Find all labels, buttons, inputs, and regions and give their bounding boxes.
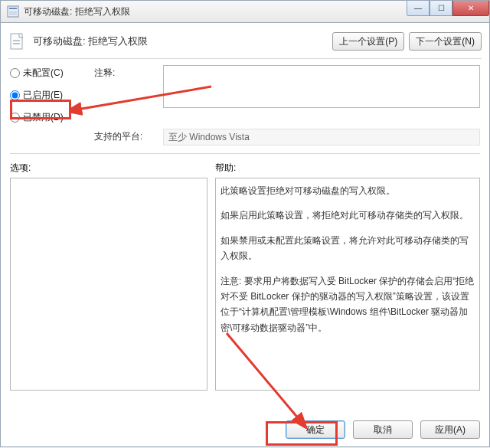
config-grid: 未配置(C) 已启用(E) 已禁用(D) 注释:: [1, 59, 489, 124]
help-label: 帮助:: [215, 162, 480, 175]
options-pane[interactable]: [10, 178, 207, 391]
radio-not-configured-input[interactable]: [10, 68, 20, 78]
radio-not-configured-label: 未配置(C): [23, 67, 64, 80]
cancel-button[interactable]: 取消: [353, 420, 413, 439]
comment-textarea[interactable]: [163, 65, 480, 108]
comment-label: 注释:: [94, 65, 163, 80]
help-paragraph: 如果禁用或未配置此策略设置，将允许对此可移动存储类的写入权限。: [220, 233, 475, 264]
maximize-icon: ☐: [438, 4, 445, 12]
panes: 此策略设置拒绝对可移动磁盘的写入权限。 如果启用此策略设置，将拒绝对此可移动存储…: [1, 178, 489, 391]
minimize-button[interactable]: —: [407, 1, 430, 16]
app-icon: [7, 5, 19, 18]
apply-button[interactable]: 应用(A): [420, 420, 480, 439]
radio-disabled-input[interactable]: [10, 113, 20, 123]
supported-row: 支持的平台: 至少 Windows Vista: [1, 124, 489, 147]
svg-rect-1: [9, 8, 17, 9]
window-title: 可移动磁盘: 拒绝写入权限: [24, 5, 130, 18]
next-setting-button[interactable]: 下一个设置(N): [409, 32, 482, 51]
previous-setting-button[interactable]: 上一个设置(P): [332, 32, 404, 51]
svg-rect-5: [13, 43, 20, 44]
window-controls: — ☐ ✕: [407, 1, 489, 16]
help-paragraph: 此策略设置拒绝对可移动磁盘的写入权限。: [220, 183, 475, 198]
maximize-button[interactable]: ☐: [430, 1, 452, 16]
panel-labels: 选项: 帮助:: [1, 154, 489, 178]
radio-disabled-label: 已禁用(D): [23, 111, 64, 124]
close-icon: ✕: [468, 4, 474, 12]
radio-disabled[interactable]: 已禁用(D): [10, 111, 94, 124]
radio-group: 未配置(C) 已启用(E) 已禁用(D): [10, 65, 94, 124]
svg-rect-4: [13, 40, 20, 41]
policy-title: 可移动磁盘: 拒绝写入权限: [33, 34, 328, 48]
radio-not-configured[interactable]: 未配置(C): [10, 67, 94, 80]
header-row: 可移动磁盘: 拒绝写入权限 上一个设置(P) 下一个设置(N): [1, 23, 489, 55]
minimize-icon: —: [414, 4, 422, 12]
dialog-client-area: 可移动磁盘: 拒绝写入权限 上一个设置(P) 下一个设置(N) 未配置(C) 已…: [0, 23, 490, 447]
title-bar: 可移动磁盘: 拒绝写入权限 — ☐ ✕: [0, 0, 490, 23]
supported-value: 至少 Windows Vista: [163, 129, 480, 146]
help-paragraph: 注意: 要求用户将数据写入受 BitLocker 保护的存储会启用“拒绝对不受 …: [220, 273, 475, 336]
dialog-footer: 确定 取消 应用(A): [286, 420, 480, 439]
help-pane[interactable]: 此策略设置拒绝对可移动磁盘的写入权限。 如果启用此策略设置，将拒绝对此可移动存储…: [215, 178, 480, 391]
radio-enabled-label: 已启用(E): [23, 89, 63, 102]
supported-label: 支持的平台:: [94, 129, 163, 146]
help-paragraph: 如果启用此策略设置，将拒绝对此可移动存储类的写入权限。: [220, 208, 475, 223]
options-label: 选项:: [10, 162, 215, 175]
ok-button[interactable]: 确定: [286, 420, 345, 439]
radio-enabled[interactable]: 已启用(E): [10, 89, 94, 102]
close-button[interactable]: ✕: [452, 1, 489, 16]
policy-icon: [8, 32, 27, 51]
svg-rect-2: [9, 11, 17, 15]
radio-enabled-input[interactable]: [10, 90, 20, 100]
